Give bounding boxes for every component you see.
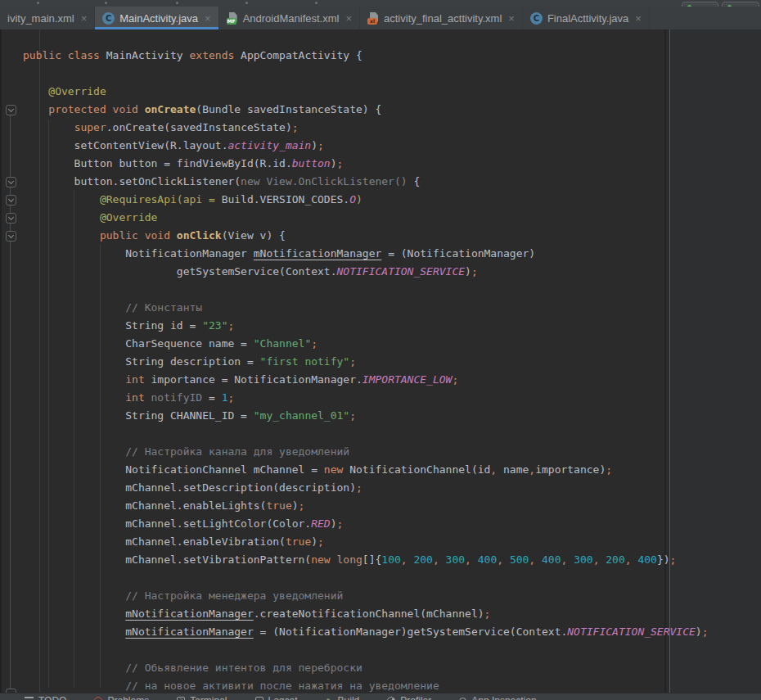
code-token [331, 553, 337, 566]
code-token: ; [299, 499, 305, 512]
code-token: @RequiresApi(api = [23, 193, 222, 205]
toolwindow-button-terminal[interactable]: Terminal [177, 695, 227, 700]
close-tab-icon[interactable]: × [508, 13, 515, 24]
code-line: protected void onCreate(Bundle savedInst… [23, 101, 709, 119]
toolwindow-button-app-inspection[interactable]: App Inspection [459, 695, 536, 700]
code-area[interactable]: public class MainActivity extends AppCom… [23, 47, 709, 695]
code-token: // Настройка канала для уведомлений [23, 445, 349, 458]
fold-marker-icon[interactable] [6, 177, 16, 187]
toolwindow-button-label: Logcat [268, 695, 298, 700]
problems-icon [94, 697, 102, 700]
code-token: ; [337, 517, 344, 530]
tab-label: activity_final_acttivity.xml [384, 12, 502, 25]
toolwindow-button-profiler[interactable]: Profiler [387, 695, 431, 700]
code-token: NOTIFICATION_SERVICE [567, 625, 696, 638]
code-token: ; [356, 481, 362, 494]
code-token: 400 [478, 553, 497, 566]
fold-marker-icon[interactable] [6, 231, 16, 242]
close-tab-icon[interactable]: × [205, 13, 211, 24]
java-class-icon: C [102, 12, 115, 25]
code-line: mChannel.setLightColor(Color.RED); [23, 515, 709, 533]
code-token: ; [452, 373, 458, 386]
toolwindow-button-logcat[interactable]: Logcat [255, 695, 298, 700]
code-line: mChannel.setVibrationPattern(new long[]{… [23, 551, 709, 569]
code-token: .onCreate(savedInstanceState) [106, 121, 292, 133]
code-token: 100 [381, 553, 400, 566]
toolwindow-button-label: Profiler [400, 695, 431, 700]
code-token: NotificationManager [23, 247, 254, 260]
java-class-icon: C [530, 12, 543, 25]
code-token: activity_main [227, 139, 311, 151]
code-token: ; [471, 265, 478, 278]
code-token: ) [331, 517, 337, 530]
close-tab-icon[interactable]: × [81, 13, 88, 24]
tab-activity-final-acttivity-xml[interactable]: xlactivity_final_acttivity.xml× [360, 7, 523, 29]
code-token: ; [349, 355, 356, 368]
fold-marker-icon[interactable] [6, 195, 16, 205]
fold-marker-icon[interactable] [6, 105, 16, 115]
code-token: 300 [446, 553, 465, 566]
window-left-edge [0, 29, 2, 693]
code-token: ; [484, 607, 491, 620]
code-token: new View.OnClickListener() [241, 175, 408, 187]
code-token: }) [657, 553, 670, 566]
code-token [170, 229, 177, 242]
tab-finalacttivity-java[interactable]: CFinalActtivity.java× [523, 7, 650, 29]
tool-window-bar: TODOProblemsTerminalLogcatBuildProfilerA… [0, 693, 761, 700]
code-token: ; [606, 463, 612, 476]
todo-icon [25, 697, 34, 700]
code-line: @Override [23, 209, 709, 227]
code-token: ; [349, 409, 356, 422]
code-token: , [433, 553, 439, 566]
code-token: IMPORTANCE_LOW [362, 373, 453, 386]
fold-marker-icon[interactable] [6, 213, 16, 224]
toolwindow-button-label: Build [338, 695, 360, 700]
tab-label: MainActivity.java [119, 12, 198, 25]
toolwindow-button-build[interactable]: Build [326, 695, 360, 700]
close-tab-icon[interactable]: × [635, 13, 642, 24]
tab-mainactivity-java[interactable]: CMainActivity.java× [95, 7, 218, 29]
code-token: "23" [202, 319, 227, 332]
code-token: mNotificationManager [125, 607, 254, 620]
code-token: AppCompatActivity { [234, 49, 362, 61]
code-line: getSystemService(Context.NOTIFICATION_SE… [23, 263, 709, 281]
code-token: int [125, 391, 144, 404]
code-token: NotificationChannel mChannel = [23, 463, 324, 476]
toolwindow-button-todo[interactable]: TODO [25, 695, 66, 700]
code-token: = [202, 391, 221, 404]
code-token: importance = NotificationManager. [145, 373, 362, 386]
code-line: NotificationManager mNotificationManager… [23, 245, 709, 263]
code-token [439, 553, 446, 566]
code-token: int [125, 373, 144, 386]
layout-xml-file-icon: xl [367, 12, 379, 25]
code-token: ; [227, 391, 234, 404]
code-token: CharSequence name = [23, 337, 254, 350]
toolbar-dot [37, 2, 39, 4]
code-token: setContentView(R.layout. [23, 139, 227, 151]
code-line [23, 281, 709, 299]
code-token: "first notify" [260, 355, 350, 368]
code-token: mNotificationManager [254, 247, 382, 260]
toolwindow-button-label: Terminal [190, 695, 227, 700]
tab-ivity-main-xml[interactable]: ivity_main.xml× [0, 7, 95, 29]
code-token: button [292, 157, 331, 169]
close-tab-icon[interactable]: × [345, 13, 352, 24]
tab-androidmanifest-xml[interactable]: MFAndroidManifest.xml× [219, 7, 360, 29]
code-line: public void onClick(View v) { [23, 227, 709, 245]
code-token: ; [337, 157, 344, 169]
code-token: Button button = findViewById(R.id. [23, 157, 292, 169]
code-token: ) [696, 625, 702, 638]
toolwindow-button-problems[interactable]: Problems [94, 695, 149, 700]
code-token [23, 373, 125, 386]
code-token: "Channel" [254, 337, 311, 350]
code-token: 300 [574, 553, 592, 566]
code-token: public class [23, 49, 100, 61]
code-token [23, 625, 125, 638]
file-type-badge: xl [367, 18, 377, 25]
code-token: 500 [510, 553, 529, 566]
code-token: ; [227, 319, 234, 332]
tab-label: AndroidManifest.xml [243, 12, 340, 25]
code-token: = (NotificationManager)getSystemService(… [254, 625, 568, 638]
code-line: int importance = NotificationManager.IMP… [23, 371, 709, 389]
code-token: O [349, 193, 356, 205]
